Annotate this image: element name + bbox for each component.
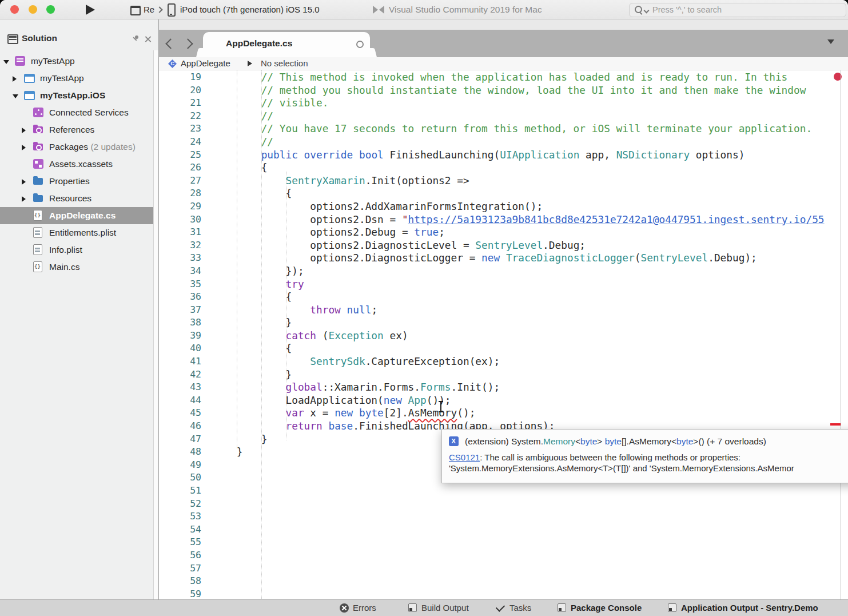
chevron-collapsed-icon[interactable]	[22, 128, 26, 133]
tab-appdelegate[interactable]: AppDelegate.cs	[203, 32, 370, 57]
line-number[interactable]: 32	[159, 239, 201, 252]
code-token: base	[328, 420, 353, 432]
line-number[interactable]: 43	[159, 381, 201, 394]
line-number[interactable]: 58	[159, 575, 201, 588]
code-token: (	[316, 329, 328, 341]
line-number[interactable]: 49	[159, 459, 201, 472]
tree-item-packages[interactable]: Packages (2 updates)	[0, 138, 158, 156]
chevron-expanded-icon[interactable]	[13, 94, 18, 98]
line-number[interactable]: 50	[159, 471, 201, 484]
line-number[interactable]: 30	[159, 213, 201, 226]
breadcrumb-class[interactable]: AppDelegate	[181, 58, 230, 68]
code-editor[interactable]: 1920212223242526272829303132333435363738…	[159, 70, 848, 599]
line-number[interactable]: 46	[159, 420, 201, 433]
line-number[interactable]: 23	[159, 122, 201, 136]
tree-item-resources[interactable]: Resources	[0, 190, 158, 207]
tree-item-mytestapp-ios[interactable]: myTestApp.iOS	[0, 87, 158, 104]
line-number[interactable]: 22	[159, 110, 201, 123]
editor-scrollbar[interactable]	[841, 70, 841, 599]
tree-item-references[interactable]: References	[0, 121, 158, 138]
breadcrumb-selection[interactable]: No selection	[261, 58, 308, 68]
code-line-26: {	[212, 161, 825, 174]
line-number[interactable]: 38	[159, 316, 201, 329]
line-number[interactable]: 20	[159, 84, 201, 97]
code-token: try	[285, 278, 304, 290]
tree-item-entitlements-plist[interactable]: Entitlements.plist	[0, 224, 158, 241]
close-icon[interactable]	[144, 35, 152, 43]
error-code-link[interactable]: CS0121	[449, 452, 480, 462]
statusbar-item-label: Errors	[353, 603, 376, 613]
line-number[interactable]: 57	[159, 562, 201, 575]
chevron-collapsed-icon[interactable]	[22, 145, 26, 150]
tree-item-info-plist[interactable]: Info.plist	[0, 241, 158, 259]
line-number[interactable]: 59	[159, 588, 201, 601]
line-number[interactable]: 26	[159, 161, 201, 174]
line-number[interactable]: 36	[159, 291, 201, 304]
line-number[interactable]: 48	[159, 446, 201, 459]
zoom-window-button[interactable]	[46, 5, 55, 14]
solution-pad-header: Solution	[0, 31, 158, 48]
line-number[interactable]: 42	[159, 368, 201, 381]
tree-item-mytestapp[interactable]: myTestApp	[0, 70, 158, 87]
code-token: SentryLevel	[640, 252, 708, 264]
line-number[interactable]: 40	[159, 342, 201, 355]
code-line-51	[212, 484, 825, 498]
code-token: true	[414, 226, 439, 238]
line-number[interactable]: 55	[159, 536, 201, 549]
chevron-collapsed-icon[interactable]	[13, 76, 17, 82]
code-token: options2.DiagnosticLogger =	[310, 252, 481, 264]
line-number[interactable]: 47	[159, 433, 201, 446]
code-token: options2.Dsn =	[310, 213, 402, 225]
statusbar-item-label: Application Output - Sentry.Demo	[681, 603, 818, 613]
line-number[interactable]: 34	[159, 265, 201, 278]
tree-item-properties[interactable]: Properties	[0, 173, 158, 190]
close-window-button[interactable]	[10, 5, 19, 14]
code-token: [2].	[384, 407, 408, 419]
tree-item-connected-services[interactable]: Connected Services	[0, 104, 158, 121]
chevron-collapsed-icon[interactable]	[22, 196, 26, 202]
line-number[interactable]: 39	[159, 329, 201, 343]
line-number[interactable]: 45	[159, 407, 201, 420]
line-number[interactable]: 21	[159, 97, 201, 110]
line-number[interactable]: 28	[159, 187, 201, 200]
line-number[interactable]: 25	[159, 149, 201, 162]
chevron-collapsed-icon[interactable]	[22, 179, 26, 185]
dsn-url-link[interactable]: https://5a193123a9b841bc8d8e42531e7242a1…	[408, 213, 825, 225]
line-number[interactable]: 41	[159, 355, 201, 368]
line-number[interactable]: 33	[159, 252, 201, 265]
line-number[interactable]: 29	[159, 200, 201, 213]
line-number[interactable]: 56	[159, 549, 201, 562]
check-icon	[496, 602, 505, 611]
tab-list-dropdown-icon[interactable]	[827, 39, 834, 44]
code-token: .Init(options2 =>	[365, 174, 469, 186]
pin-icon[interactable]	[132, 35, 140, 43]
tree-item-main-cs[interactable]: Main.cs	[0, 259, 158, 276]
line-number[interactable]: 51	[159, 484, 201, 498]
line-number[interactable]: 37	[159, 304, 201, 317]
line-number[interactable]: 54	[159, 523, 201, 536]
code-line-36: {	[212, 291, 825, 304]
line-number[interactable]: 27	[159, 174, 201, 188]
folder-purple-icon	[33, 126, 43, 133]
line-number[interactable]: 19	[159, 71, 201, 84]
line-number[interactable]: 31	[159, 226, 201, 239]
navigate-forward-button[interactable]	[182, 38, 193, 49]
search-input[interactable]: Press '^,' to search	[629, 3, 846, 17]
assets-icon	[33, 159, 43, 169]
run-button[interactable]	[86, 5, 95, 15]
breadcrumb: AppDelegate No selection	[159, 57, 848, 70]
tree-item-appdelegate-cs[interactable]: AppDelegate.cs	[0, 207, 158, 224]
tree-item-assets-xcassets[interactable]: Assets.xcassets	[0, 156, 158, 173]
solution-tree: myTestAppmyTestAppmyTestApp.iOSConnected…	[0, 53, 158, 276]
tooltip-signature-token: (extension) System.	[465, 436, 543, 446]
minimize-window-button[interactable]	[29, 5, 37, 14]
tree-item-mytestapp[interactable]: myTestApp	[0, 53, 158, 70]
line-number[interactable]: 24	[159, 136, 201, 149]
line-number[interactable]: 35	[159, 278, 201, 291]
chevron-expanded-icon[interactable]	[3, 60, 9, 64]
code-token: .CaptureException(ex);	[365, 355, 500, 367]
line-number[interactable]: 44	[159, 394, 201, 407]
line-number[interactable]: 52	[159, 498, 201, 511]
navigate-back-button[interactable]	[165, 38, 176, 49]
line-number[interactable]: 53	[159, 510, 201, 523]
